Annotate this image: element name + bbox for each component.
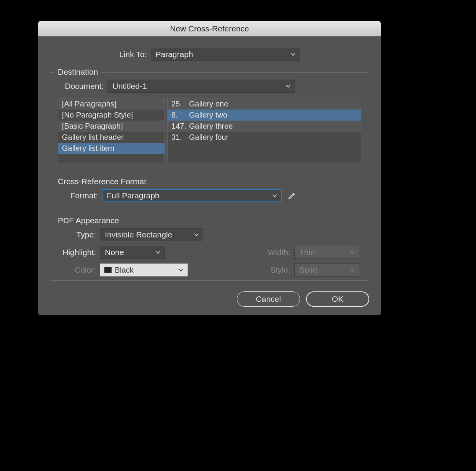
list-item[interactable]: 147.Gallery three xyxy=(168,121,361,132)
chevron-down-icon xyxy=(272,193,277,198)
document-row: Document: Untitled-1 xyxy=(58,80,361,93)
paragraphs-list[interactable]: 25.Gallery one 8.Gallery two 147.Gallery… xyxy=(167,98,361,163)
pdf-width-value: Thin xyxy=(299,248,315,257)
list-item[interactable]: 8.Gallery two xyxy=(168,110,361,121)
edit-format-button[interactable] xyxy=(287,191,297,201)
pdf-highlight-label: Highlight: xyxy=(58,248,100,257)
pdf-color-dropdown: Black xyxy=(100,263,192,276)
destination-lists: [All Paragraphs] [No Paragraph Style] [B… xyxy=(58,98,361,163)
chevron-down-icon xyxy=(194,232,199,237)
pdf-color-label: Color: xyxy=(58,265,100,275)
dialog-title: New Cross-Reference xyxy=(170,24,249,33)
cross-reference-dialog: New Cross-Reference Link To: Paragraph D… xyxy=(38,21,381,315)
pdf-width-dropdown: Thin xyxy=(294,246,359,259)
pdf-highlight-value: None xyxy=(105,248,124,257)
chevron-down-icon xyxy=(350,267,355,273)
destination-fieldset: Destination Document: Untitled-1 [All Pa… xyxy=(50,72,369,171)
link-to-row: Link To: Paragraph xyxy=(50,48,369,61)
link-to-label: Link To: xyxy=(119,50,147,59)
ok-button[interactable]: OK xyxy=(306,291,369,307)
pdf-legend: PDF Appearance xyxy=(55,216,122,225)
pencil-icon xyxy=(288,191,296,200)
link-to-dropdown[interactable]: Paragraph xyxy=(151,48,300,61)
chevron-down-icon xyxy=(178,267,184,273)
format-value: Full Paragraph xyxy=(107,191,160,200)
pdf-appearance-fieldset: PDF Appearance Type: Invisible Rectangle… xyxy=(50,221,369,281)
dialog-button-row: Cancel OK xyxy=(50,291,369,307)
list-item[interactable]: 31.Gallery four xyxy=(168,132,361,143)
pdf-style-label: Style: xyxy=(252,265,294,275)
pdf-color-value: Black xyxy=(115,266,134,275)
list-item[interactable]: [No Paragraph Style] xyxy=(58,110,165,121)
pdf-highlight-dropdown[interactable]: None xyxy=(100,246,165,259)
list-item[interactable]: [All Paragraphs] xyxy=(58,98,165,110)
cancel-button[interactable]: Cancel xyxy=(237,291,300,307)
list-item[interactable]: 25.Gallery one xyxy=(168,98,361,110)
format-dropdown[interactable]: Full Paragraph xyxy=(102,189,282,202)
destination-legend: Destination xyxy=(55,67,101,77)
pdf-width-label: Width: xyxy=(252,248,294,257)
list-item[interactable]: [Basic Paragraph] xyxy=(58,121,165,132)
document-label: Document: xyxy=(58,82,104,91)
pdf-style-value: Solid xyxy=(299,265,317,275)
chevron-down-icon xyxy=(350,250,355,255)
format-label: Format: xyxy=(58,191,98,200)
document-dropdown[interactable]: Untitled-1 xyxy=(108,80,295,93)
format-fieldset: Cross-Reference Format Format: Full Para… xyxy=(50,182,369,210)
color-swatch xyxy=(104,267,112,273)
document-value: Untitled-1 xyxy=(112,82,147,91)
chevron-down-icon xyxy=(290,52,296,57)
chevron-down-icon xyxy=(285,83,291,89)
pdf-type-label: Type: xyxy=(58,230,100,239)
chevron-down-icon xyxy=(155,250,161,255)
format-legend: Cross-Reference Format xyxy=(55,177,149,186)
link-to-value: Paragraph xyxy=(156,50,193,59)
pdf-style-dropdown: Solid xyxy=(294,263,359,276)
format-row: Format: Full Paragraph xyxy=(58,189,361,202)
pdf-type-value: Invisible Rectangle xyxy=(105,230,172,239)
dialog-titlebar: New Cross-Reference xyxy=(38,21,381,36)
pdf-type-dropdown[interactable]: Invisible Rectangle xyxy=(100,228,203,241)
list-item[interactable]: Gallery list item xyxy=(58,143,165,154)
list-item[interactable]: Gallery list header xyxy=(58,132,165,143)
paragraph-styles-list[interactable]: [All Paragraphs] [No Paragraph Style] [B… xyxy=(58,98,165,163)
